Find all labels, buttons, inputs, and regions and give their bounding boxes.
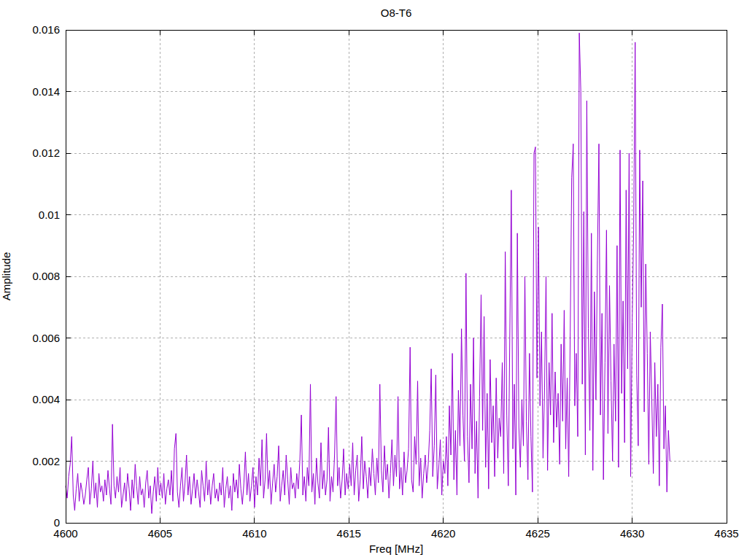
tick-label: 4625 xyxy=(525,527,549,540)
tick-label: 0.008 xyxy=(32,270,60,282)
chart-container: 46004605461046154620462546304635 00.0020… xyxy=(0,0,747,560)
series-line xyxy=(66,33,670,513)
tick-label: 4605 xyxy=(148,527,172,540)
tick-label: 0.014 xyxy=(32,85,60,98)
y-axis-label: Amplitude xyxy=(0,252,12,301)
tick-label: 4630 xyxy=(620,527,644,540)
tick-label: 0 xyxy=(54,516,60,529)
x-tick-labels: 46004605461046154620462546304635 xyxy=(53,527,738,540)
tick-label: 4610 xyxy=(242,527,266,540)
tick-label: 0.002 xyxy=(32,455,60,467)
tick-label: 0.01 xyxy=(39,209,60,221)
grid-layer xyxy=(66,30,727,523)
chart-title: O8-T6 xyxy=(381,7,412,19)
y-tick-labels: 00.0020.0040.0060.0080.010.0120.0140.016 xyxy=(32,23,60,529)
tick-label: 4620 xyxy=(431,527,455,540)
plot-svg: 46004605461046154620462546304635 00.0020… xyxy=(0,0,747,560)
tick-label: 4615 xyxy=(337,527,361,540)
tick-label: 0.012 xyxy=(32,147,60,159)
tick-label: 4635 xyxy=(714,527,738,540)
tick-label: 0.004 xyxy=(32,393,60,405)
tick-label: 0.016 xyxy=(32,23,60,36)
x-axis-label: Freq [MHz] xyxy=(369,542,423,555)
tick-label: 4600 xyxy=(53,527,77,540)
tick-label: 0.006 xyxy=(32,332,60,344)
